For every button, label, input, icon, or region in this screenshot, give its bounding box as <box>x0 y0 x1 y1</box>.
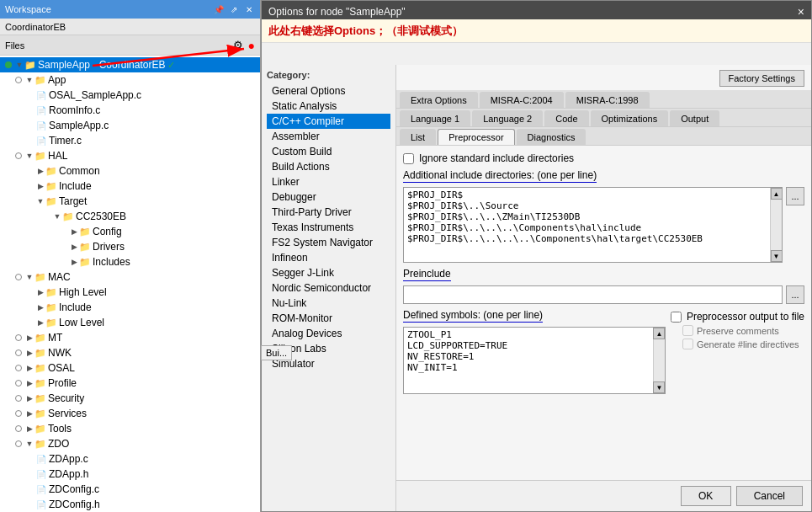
expand-arrow[interactable]: ▶ <box>35 317 45 328</box>
tab-output[interactable]: Output <box>670 110 719 126</box>
expand-arrow[interactable]: ▼ <box>24 151 34 161</box>
tree-item-zdapph[interactable]: 📄 ZDApp.h <box>0 467 260 482</box>
file-tree[interactable]: ▼ 📁 SampleApp - CoordinatorEB ✓ ▼ 📁 App … <box>0 56 260 512</box>
category-general-options[interactable]: General Options <box>267 83 390 99</box>
expand-arrow[interactable]: ▶ <box>35 166 45 176</box>
tree-item-sampleapp-root[interactable]: ▼ 📁 SampleApp - CoordinatorEB ✓ <box>0 57 260 72</box>
expand-arrow[interactable]: ▶ <box>69 227 79 237</box>
expand-arrow[interactable]: ▼ <box>24 75 34 85</box>
expand-arrow[interactable]: ▶ <box>69 257 79 267</box>
category-linker[interactable]: Linker <box>267 174 390 189</box>
gear-icon[interactable]: ⚙ <box>233 39 243 51</box>
category-infineon[interactable]: Infineon <box>267 250 390 265</box>
preinclude-browse-button[interactable]: ... <box>786 285 804 304</box>
expand-arrow[interactable]: ▼ <box>52 211 62 221</box>
tree-item-roominfo[interactable]: 📄 RoomInfo.c <box>0 103 260 118</box>
expand-arrow[interactable]: ▼ <box>24 272 34 282</box>
tab-misra-1998[interactable]: MISRA-C:1998 <box>565 92 650 108</box>
category-assembler[interactable]: Assembler <box>267 129 390 144</box>
tree-item-services[interactable]: ▶ 📁 Services <box>0 406 260 421</box>
expand-arrow[interactable]: ▶ <box>24 348 34 358</box>
tree-item-timerc[interactable]: 📄 Timer.c <box>0 133 260 148</box>
expand-arrow[interactable]: ▶ <box>24 408 34 419</box>
tree-item-mt[interactable]: ▶ 📁 MT <box>0 330 260 345</box>
tree-item-hal[interactable]: ▼ 📁 HAL <box>0 148 260 163</box>
tree-item-includes[interactable]: ▶ 📁 Includes <box>0 254 260 269</box>
tree-item-include-hal[interactable]: ▶ 📁 Include <box>0 179 260 194</box>
tab-preprocessor[interactable]: Preprocessor <box>438 129 514 145</box>
float-button[interactable]: ⇗ <box>228 3 240 15</box>
tree-item-cc2530eb[interactable]: ▼ 📁 CC2530EB <box>0 209 260 224</box>
expand-arrow[interactable]: ▼ <box>14 60 24 70</box>
tree-item-nwk[interactable]: ▶ 📁 NWK <box>0 345 260 360</box>
category-analog[interactable]: Analog Devices <box>267 326 390 341</box>
scroll-up-arrow[interactable]: ▲ <box>771 188 783 200</box>
expand-arrow[interactable]: ▶ <box>24 333 34 343</box>
scroll-down-arrow[interactable]: ▼ <box>771 250 783 262</box>
category-third-party[interactable]: Third-Party Driver <box>267 205 390 220</box>
expand-arrow[interactable]: ▶ <box>24 393 34 403</box>
tree-item-osal[interactable]: 📄 OSAL_SampleApp.c <box>0 88 260 103</box>
factory-settings-button[interactable]: Factory Settings <box>719 70 804 87</box>
additional-dirs-textarea[interactable]: $PROJ_DIR$ $PROJ_DIR$\..\Source $PROJ_DI… <box>404 188 770 262</box>
category-custom-build[interactable]: Custom Build <box>267 144 390 159</box>
tree-item-include-mac[interactable]: ▶ 📁 Include <box>0 300 260 315</box>
tab-language1[interactable]: Language 1 <box>400 110 470 126</box>
tree-item-lowlevel[interactable]: ▶ 📁 Low Level <box>0 315 260 330</box>
tree-item-profile[interactable]: ▶ 📁 Profile <box>0 376 260 391</box>
tab-misra-2004[interactable]: MISRA-C:2004 <box>480 92 564 108</box>
tree-item-tools[interactable]: ▶ 📁 Tools <box>0 421 260 436</box>
category-nu-link[interactable]: Nu-Link <box>267 296 390 311</box>
expand-arrow[interactable]: ▼ <box>35 196 45 206</box>
category-fs2[interactable]: FS2 System Navigator <box>267 235 390 250</box>
expand-arrow[interactable]: ▼ <box>24 439 34 449</box>
tree-item-zdconfigh[interactable]: 📄 ZDConfig.h <box>0 497 260 512</box>
tree-item-common[interactable]: ▶ 📁 Common <box>0 163 260 179</box>
category-static-analysis[interactable]: Static Analysis <box>267 99 390 114</box>
expand-arrow[interactable]: ▶ <box>35 287 45 297</box>
ok-button[interactable]: OK <box>681 486 731 506</box>
pin-button[interactable]: 📌 <box>213 3 225 15</box>
tab-extra-options[interactable]: Extra Options <box>400 92 478 108</box>
tab-diagnostics[interactable]: Diagnostics <box>517 129 586 145</box>
category-debugger[interactable]: Debugger <box>267 189 390 205</box>
tree-item-app[interactable]: ▼ 📁 App <box>0 72 260 88</box>
tree-item-zdconfigc[interactable]: 📄 ZDConfig.c <box>0 482 260 497</box>
category-build-actions[interactable]: Build Actions <box>267 159 390 174</box>
tab-code[interactable]: Code <box>544 110 588 126</box>
preproc-output-checkbox[interactable] <box>671 312 682 323</box>
tree-item-osal-folder[interactable]: ▶ 📁 OSAL <box>0 360 260 376</box>
scroll-up-arrow[interactable]: ▲ <box>653 328 665 339</box>
category-nordic[interactable]: Nordic Semiconductor <box>267 280 390 296</box>
build-tab[interactable]: Bui... <box>261 345 292 360</box>
tree-item-zdo[interactable]: ▼ 📁 ZDO <box>0 436 260 451</box>
tree-item-security[interactable]: ▶ 📁 Security <box>0 391 260 406</box>
preserve-comments-checkbox[interactable] <box>682 325 693 336</box>
expand-arrow[interactable]: ▶ <box>24 363 34 373</box>
expand-arrow[interactable]: ▶ <box>69 242 79 252</box>
tree-item-mac[interactable]: ▼ 📁 MAC <box>0 269 260 285</box>
category-cpp-compiler[interactable]: C/C++ Compiler <box>267 114 390 129</box>
expand-arrow[interactable]: ▶ <box>35 302 45 312</box>
scroll-down-arrow[interactable]: ▼ <box>653 381 665 393</box>
tab-optimizations[interactable]: Optimizations <box>591 110 669 126</box>
ignore-std-dirs-checkbox[interactable] <box>403 153 414 164</box>
expand-arrow[interactable]: ▶ <box>35 181 45 191</box>
tree-item-drivers[interactable]: ▶ 📁 Drivers <box>0 239 260 254</box>
expand-arrow[interactable]: ▶ <box>24 424 34 434</box>
expand-arrow[interactable]: ▶ <box>24 378 34 388</box>
category-segger[interactable]: Segger J-Link <box>267 265 390 280</box>
tab-language2[interactable]: Language 2 <box>472 110 543 126</box>
tree-item-highlevel[interactable]: ▶ 📁 High Level <box>0 285 260 300</box>
preinclude-input[interactable] <box>403 285 783 304</box>
tree-item-target[interactable]: ▼ 📁 Target <box>0 194 260 209</box>
tab-list[interactable]: List <box>400 129 436 145</box>
dialog-close-button[interactable]: × <box>798 5 804 19</box>
category-texas[interactable]: Texas Instruments <box>267 220 390 235</box>
tree-item-config[interactable]: ▶ 📁 Config <box>0 224 260 239</box>
generate-hash-checkbox[interactable] <box>682 339 693 349</box>
cancel-button[interactable]: Cancel <box>736 486 803 506</box>
defined-symbols-textarea[interactable]: ZTOOL_P1 LCD_SUPPORTED=TRUE NV_RESTORE=1… <box>404 328 653 393</box>
tree-item-sampleappc[interactable]: 📄 SampleApp.c <box>0 118 260 133</box>
category-rom-monitor[interactable]: ROM-Monitor <box>267 311 390 326</box>
